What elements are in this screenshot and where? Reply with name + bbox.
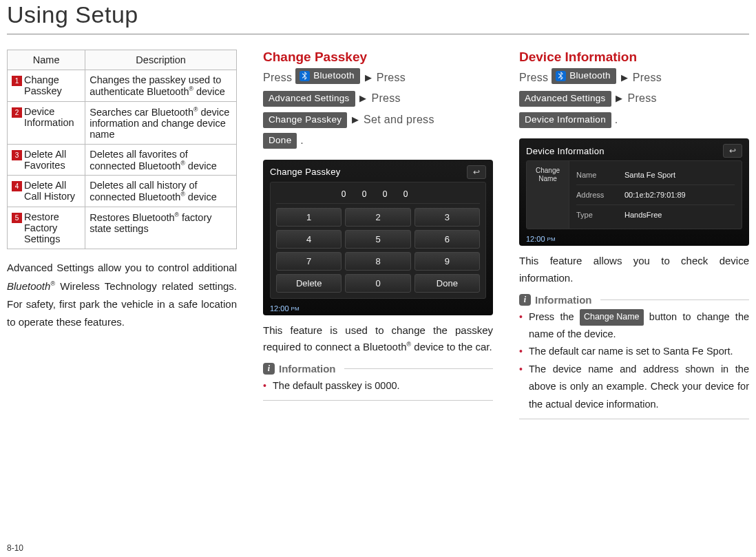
keypad-key[interactable]: 2: [345, 208, 410, 227]
change-name-chip: Change Name: [580, 309, 644, 326]
ss-title: Device Information: [526, 146, 605, 156]
period: .: [615, 114, 618, 125]
table-cell-name: 4Delete All Call History: [8, 176, 85, 207]
middle-column: Change Passkey Press Bluetooth ▶ Press A…: [263, 50, 493, 419]
arrow-icon: ▶: [620, 72, 629, 83]
info-list: The default passkey is 0000.: [263, 377, 493, 401]
change-passkey-chip: Change Passkey: [263, 112, 347, 128]
table-row: 5Restore Factory SettingsRestores Blueto…: [8, 207, 237, 249]
table-cell-name: 1Change Passkey: [8, 70, 85, 102]
divider: [600, 299, 750, 300]
device-info-row: NameSanta Fe Sport: [576, 165, 735, 185]
divider: [344, 368, 494, 369]
table-cell-desc: Restores Bluetooth® factory state settin…: [85, 207, 237, 249]
table-cell-name: 2Device Information: [8, 101, 85, 144]
desc-post: device to the car.: [411, 341, 492, 353]
para-bt: Bluetooth: [7, 280, 50, 292]
info-item: The device name and address shown in the…: [519, 361, 749, 413]
row-number-badge: 1: [12, 76, 22, 86]
left-column: Name Description 1Change PasskeyChanges …: [7, 50, 237, 419]
keypad-key[interactable]: 4: [276, 230, 342, 249]
content-columns: Name Description 1Change PasskeyChanges …: [7, 50, 749, 419]
table-row: 4Delete All Call HistoryDeletes all call…: [8, 176, 237, 207]
keypad-key[interactable]: 0: [345, 274, 410, 293]
info-item: The default passkey is 0000.: [263, 377, 493, 395]
device-info-key: Address: [576, 191, 624, 199]
table-header-desc: Description: [85, 50, 237, 70]
clock: 12:00 PM: [270, 302, 486, 313]
keypad-key[interactable]: 6: [414, 230, 480, 249]
device-info-key: Type: [576, 211, 624, 219]
change-name-side-button[interactable]: Change Name: [527, 161, 569, 229]
change-passkey-heading: Change Passkey: [263, 50, 493, 65]
keypad-key[interactable]: 9: [414, 252, 480, 271]
bluetooth-icon: [300, 71, 310, 81]
bluetooth-chip-label: Bluetooth: [569, 70, 611, 83]
device-info-value: Santa Fe Sport: [624, 171, 675, 179]
device-info-key: Name: [576, 171, 624, 179]
device-information-desc: This feature allows you to check device …: [519, 253, 749, 287]
arrow-icon: ▶: [358, 93, 368, 103]
table-header-name: Name: [8, 50, 85, 70]
period: .: [300, 134, 304, 146]
settings-table: Name Description 1Change PasskeyChanges …: [7, 50, 237, 249]
right-column: Device Information Press Bluetooth ▶ Pre…: [519, 50, 749, 419]
info-item: Press the Change Name button to change t…: [519, 308, 749, 344]
page-number: 8-10: [7, 543, 23, 553]
info-icon: i: [263, 363, 275, 375]
keypad-key[interactable]: 3: [414, 208, 480, 227]
press-label: Press: [633, 72, 662, 83]
arrow-icon: ▶: [350, 114, 360, 125]
arrow-icon: ▶: [614, 93, 624, 103]
clock-ampm: PM: [291, 306, 300, 312]
bluetooth-chip-label: Bluetooth: [313, 70, 355, 83]
info-label: Information: [279, 363, 336, 375]
passkey-display: 0 0 0 0: [276, 188, 480, 204]
information-heading: i Information: [519, 294, 749, 306]
row-name-label: Delete All Favorites: [24, 149, 78, 171]
info-icon: i: [519, 294, 531, 306]
keypad-key[interactable]: Done: [414, 274, 480, 293]
advanced-settings-chip: Advanced Settings: [519, 91, 611, 107]
done-chip: Done: [263, 133, 297, 149]
press-label: Press: [372, 92, 401, 104]
table-cell-name: 5Restore Factory Settings: [8, 207, 85, 249]
press-label: Press: [519, 72, 548, 83]
device-information-chip: Device Information: [519, 112, 611, 128]
keypad-key[interactable]: 5: [345, 230, 410, 249]
row-number-badge: 4: [12, 181, 22, 191]
device-information-steps: Press Bluetooth ▶ Press Advanced Setting…: [519, 67, 749, 130]
info-label: Information: [535, 294, 592, 306]
row-number-badge: 2: [12, 107, 22, 118]
row-name-label: Delete All Call History: [24, 180, 78, 202]
info-item: The default car name is set to Santa Fe …: [519, 343, 749, 360]
clock-time: 12:00: [526, 235, 545, 243]
device-information-screenshot: Device Information ↩ Change Name NameSan…: [519, 138, 749, 246]
table-row: 1Change PasskeyChanges the passkey used …: [8, 70, 237, 102]
keypad-key[interactable]: 7: [276, 252, 342, 271]
table-cell-desc: Deletes all favorites of connected Bluet…: [85, 144, 237, 176]
table-cell-desc: Deletes all call history of connected Bl…: [85, 176, 237, 207]
device-info-value: HandsFree: [624, 211, 662, 219]
change-passkey-screenshot: Change Passkey ↩ 0 0 0 0 123456789Delete…: [263, 160, 493, 315]
keypad-key[interactable]: 8: [345, 252, 410, 271]
page-title: Using Setup: [7, 0, 749, 34]
back-button[interactable]: ↩: [467, 165, 486, 179]
keypad: 123456789Delete0Done: [276, 208, 480, 293]
row-name-label: Restore Factory Settings: [24, 211, 78, 244]
advanced-settings-paragraph: Advanced Settings allow you to control a…: [7, 259, 237, 331]
table-row: 3Delete All FavoritesDeletes all favorit…: [8, 144, 237, 176]
row-number-badge: 5: [12, 213, 22, 223]
row-number-badge: 3: [12, 150, 22, 160]
keypad-key[interactable]: Delete: [276, 274, 342, 293]
info-list: Press the Change Name button to change t…: [519, 308, 749, 419]
table-row: 2Device InformationSearches car Bluetoot…: [8, 101, 237, 144]
para-pre: Advanced Settings allow you to control a…: [7, 262, 237, 273]
arrow-icon: ▶: [364, 72, 373, 83]
bluetooth-chip: Bluetooth: [295, 68, 360, 84]
information-heading: i Information: [263, 363, 493, 375]
keypad-key[interactable]: 1: [276, 208, 342, 227]
table-cell-desc: Searches car Bluetooth® device informati…: [85, 101, 237, 144]
back-button[interactable]: ↩: [723, 144, 742, 158]
press-label: Press: [377, 72, 406, 83]
